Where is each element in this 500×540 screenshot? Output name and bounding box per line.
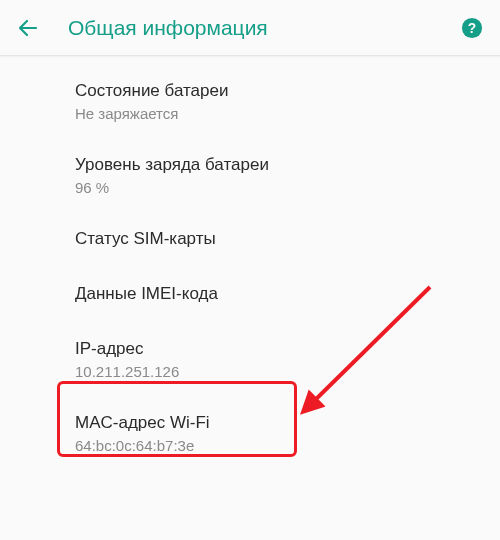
item-battery-status[interactable]: Состояние батареи Не заряжается — [75, 64, 484, 138]
item-title: Состояние батареи — [75, 80, 484, 103]
item-subtitle: 10.211.251.126 — [75, 363, 484, 380]
item-subtitle: 96 % — [75, 179, 484, 196]
back-arrow-icon[interactable] — [16, 16, 40, 40]
item-subtitle: 64:bc:0c:64:b7:3e — [75, 437, 484, 454]
item-title: Статус SIM-карты — [75, 228, 484, 251]
item-ip-address[interactable]: IP-адрес 10.211.251.126 — [75, 322, 484, 396]
item-sim-status[interactable]: Статус SIM-карты — [75, 212, 484, 267]
svg-text:?: ? — [468, 20, 476, 35]
settings-list: Состояние батареи Не заряжается Уровень … — [0, 56, 500, 470]
item-title: MAC-адрес Wi-Fi — [75, 412, 484, 435]
item-title: Данные IMEI-кода — [75, 283, 484, 306]
item-mac-address[interactable]: MAC-адрес Wi-Fi 64:bc:0c:64:b7:3e — [75, 396, 484, 470]
item-battery-level[interactable]: Уровень заряда батареи 96 % — [75, 138, 484, 212]
page-title: Общая информация — [68, 16, 460, 40]
item-subtitle: Не заряжается — [75, 105, 484, 122]
help-icon[interactable]: ? — [460, 16, 484, 40]
app-header: Общая информация ? — [0, 0, 500, 56]
item-title: Уровень заряда батареи — [75, 154, 484, 177]
item-title: IP-адрес — [75, 338, 484, 361]
item-imei[interactable]: Данные IMEI-кода — [75, 267, 484, 322]
